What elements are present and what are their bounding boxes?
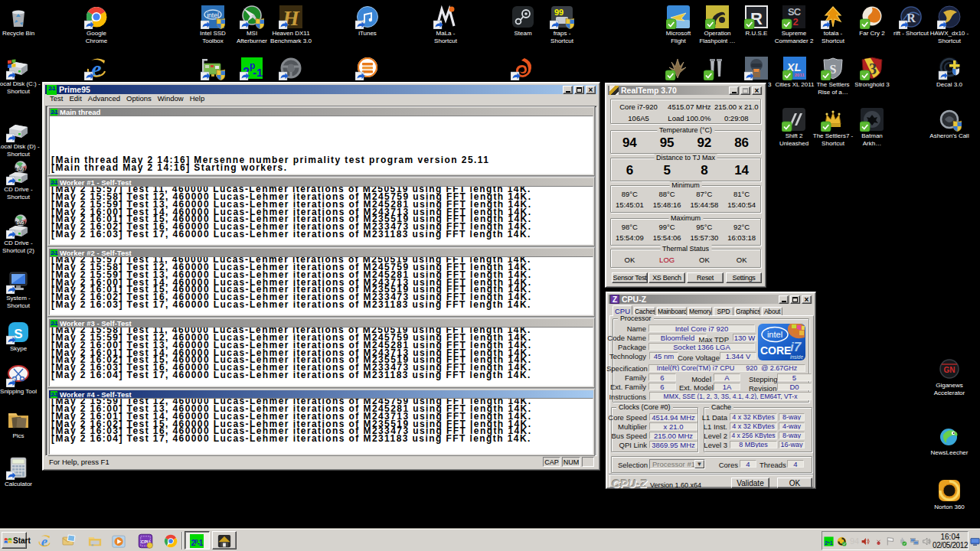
svg-text:DVD: DVD: [17, 221, 24, 225]
svg-text:intel: intel: [207, 11, 219, 19]
svg-text:intel: intel: [767, 330, 782, 339]
svg-text:2⁵1: 2⁵1: [825, 540, 833, 546]
svg-text:2: 2: [792, 16, 798, 28]
svg-text:99: 99: [554, 8, 564, 17]
svg-text:CORE: CORE: [760, 344, 791, 357]
svg-text:GN: GN: [944, 366, 956, 374]
svg-text:3: 3: [869, 60, 877, 77]
svg-text:R: R: [906, 11, 916, 24]
svg-text:inside: inside: [790, 354, 803, 360]
svg-text:DVD: DVD: [17, 168, 24, 171]
svg-text:S: S: [14, 327, 22, 341]
svg-text:i7: i7: [790, 340, 802, 354]
